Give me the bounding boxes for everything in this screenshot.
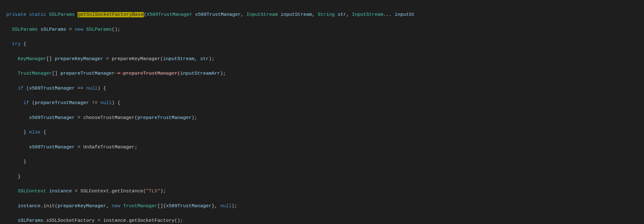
line-8: x509TrustManager = chooseTrustManager(pr… <box>29 114 638 121</box>
var-instance-2: instance <box>18 203 41 209</box>
line-15: sSLParams.sSSLSocketFactory = instance.g… <box>18 217 638 224</box>
arg-str: str <box>200 56 209 62</box>
arg-x509: x509TrustManager <box>166 203 212 209</box>
assign-x509-1: x509TrustManager <box>29 115 75 121</box>
param-str: str <box>338 12 346 17</box>
param-x509: x509TrustManager <box>195 12 241 17</box>
arg-preparetrustmanager-1: prepareTrustManager <box>137 115 192 121</box>
keyword-null-1: null <box>86 86 98 91</box>
keyword-null-3: null <box>220 203 231 209</box>
var-preparetrustmanager: prepareTrustManager <box>60 71 115 76</box>
keyword-new-2: new <box>112 203 120 209</box>
param-inputstream: inputStream <box>281 12 312 17</box>
type-inputstream1: InputStream <box>246 12 278 17</box>
line-14: instance.init(prepareKeyManager, new Tru… <box>18 202 638 210</box>
type-keymanager: KeyManager <box>18 56 46 62</box>
params-open: ( <box>144 12 147 17</box>
type-trustmanager: TrustManager <box>18 71 52 76</box>
line-10: x509TrustManager = UnSafeTrustManager; <box>29 144 638 151</box>
var-sslparams: sSLParams <box>41 27 66 32</box>
type-trustmanager-arr: TrustManager <box>123 203 157 209</box>
cond-x509: x509TrustManager <box>29 86 75 91</box>
line-7: if (prepareTrustManager != null) { <box>23 99 638 107</box>
line-3: try { <box>12 40 638 48</box>
arg-preparekeymanager: prepareKeyManager <box>58 203 106 209</box>
type-sslcontext: SSLContext <box>18 189 46 194</box>
param-inputst: inputSt <box>395 12 414 17</box>
type-sslparams-return: SSLParams <box>49 12 75 17</box>
line-5: TrustManager[] prepareTrustManager = pre… <box>18 70 638 77</box>
assign-x509-2: x509TrustManager <box>29 145 75 150</box>
cond-preparetrustmanager: prepareTrustManager <box>35 100 89 106</box>
type-sslparams-new: SSLParams <box>86 27 112 32</box>
var-sslparams-2: sSLParams <box>18 218 43 223</box>
line-2: SSLParams sSLParams = new SSLParams(); <box>12 26 638 33</box>
line-1: private static SSLParams getSslSocketFac… <box>6 11 638 18</box>
keyword-private: private <box>6 12 26 17</box>
line-11: } <box>23 158 638 165</box>
keyword-if-2: if <box>23 100 29 106</box>
var-preparekeymanager: prepareKeyManager <box>55 56 103 62</box>
var-instance: instance <box>49 189 72 194</box>
arg-inputstreamarr: inputStreamArr <box>180 71 220 76</box>
line-4: KeyManager[] prepareKeyManager = prepare… <box>18 55 638 63</box>
type-sslparams-var: SSLParams <box>12 27 38 32</box>
type-x509: X509TrustManager <box>147 12 192 17</box>
keyword-try: try <box>12 41 21 47</box>
line-13: SSLContext instance = SSLContext.getInst… <box>18 188 638 195</box>
line-6: if (x509TrustManager == null) { <box>18 85 638 92</box>
type-string: String <box>318 12 335 17</box>
code-viewer: private static SSLParams getSslSocketFac… <box>6 4 638 224</box>
keyword-else: else <box>29 130 41 135</box>
keyword-null-2: null <box>100 100 112 106</box>
method-name: getSslSocketFactoryBase <box>78 12 144 17</box>
keyword-static: static <box>29 12 46 17</box>
string-tls: "TLS" <box>146 189 160 194</box>
keyword-new-1: new <box>75 27 83 32</box>
type-inputstream2: InputStream <box>352 12 383 17</box>
strikethrough-equals: = prepareTrustManager( <box>115 71 180 76</box>
arg-inputstream: inputStream <box>163 56 194 62</box>
line-12: } <box>18 173 638 180</box>
keyword-if-1: if <box>18 86 23 91</box>
line-9: } else { <box>23 129 638 136</box>
